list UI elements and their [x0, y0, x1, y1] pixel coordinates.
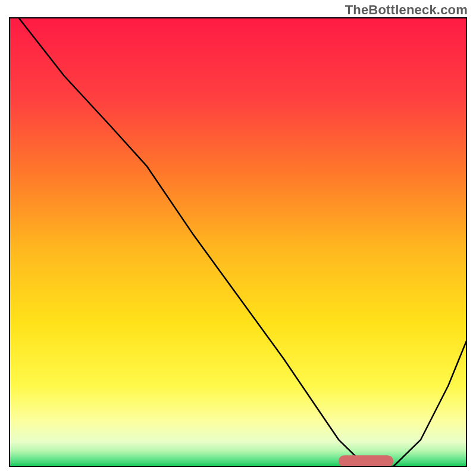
chart-container: TheBottleneck.com [0, 0, 476, 476]
watermark-text: TheBottleneck.com [345, 2, 468, 18]
gradient-background [10, 18, 466, 466]
optimal-range-marker [339, 455, 393, 467]
bottleneck-chart [0, 0, 476, 476]
